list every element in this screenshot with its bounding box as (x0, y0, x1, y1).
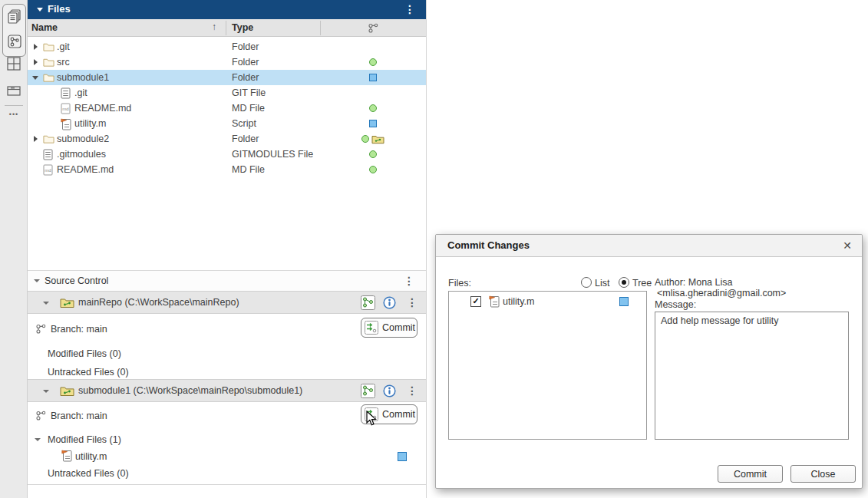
repo-menu-icon[interactable]: ⋮ (407, 297, 417, 308)
file-name: submodule2 (57, 134, 109, 144)
folder-icon (43, 72, 54, 83)
expander-icon[interactable] (35, 438, 41, 441)
file-name: .git (74, 87, 87, 98)
source-control-panel-icon[interactable] (5, 32, 24, 51)
status-cell (350, 101, 396, 116)
close-icon[interactable]: ✕ (840, 239, 854, 252)
expander-icon[interactable] (34, 59, 38, 65)
untracked-files-label[interactable]: Untracked Files (0) (48, 367, 129, 378)
close-button[interactable]: Close (790, 465, 856, 483)
commit-button[interactable]: Commit (361, 318, 417, 338)
table-row-selected[interactable]: submodule1 Folder (28, 70, 426, 85)
toolbar-divider (5, 105, 23, 106)
submodule-badge-icon (371, 134, 384, 144)
table-row[interactable]: .git GIT File (28, 85, 426, 101)
status-modified-icon (619, 297, 629, 306)
files-column-header: Name ↑ Type (28, 19, 426, 37)
collapse-icon[interactable] (43, 390, 49, 393)
source-control-header[interactable]: Source Control ⋮ (28, 270, 426, 291)
table-row[interactable]: utility.m Script (28, 116, 426, 131)
files-panel: Files ⋮ Name ↑ Type .git Folder (28, 0, 427, 498)
table-row[interactable]: src Folder (28, 54, 426, 70)
file-name: src (57, 57, 70, 68)
status-unmodified-icon (361, 135, 369, 143)
status-cell (350, 147, 396, 162)
svg-text:md: md (45, 168, 51, 173)
collapse-icon[interactable] (43, 302, 49, 305)
file-type: Script (232, 118, 256, 129)
file-name: utility.m (75, 451, 107, 462)
expander-icon[interactable] (34, 44, 38, 50)
file-checkbox[interactable]: ✓ (470, 296, 481, 307)
info-button[interactable] (383, 384, 396, 397)
commit-button[interactable]: Commit (361, 404, 417, 424)
more-icon[interactable]: ••• (0, 110, 28, 118)
branch-icon (35, 323, 47, 335)
table-row[interactable]: .gitmodules GITMODULES File (28, 147, 426, 162)
list-item[interactable]: ✓ utility.m (449, 294, 646, 311)
status-modified-icon (398, 452, 407, 461)
branch-row: Branch: main Commit (28, 403, 426, 429)
collapse-icon[interactable] (34, 279, 40, 282)
files-menu-icon[interactable]: ⋮ (404, 4, 415, 15)
expander-icon[interactable] (32, 76, 38, 80)
table-row[interactable]: .git Folder (28, 39, 426, 54)
author-name: Author: Mona Lisa (655, 277, 732, 288)
file-type: Folder (232, 41, 259, 52)
expander-icon[interactable] (34, 136, 38, 142)
file-name: utility.m (503, 296, 534, 307)
commit-files-list[interactable]: ✓ utility.m (448, 291, 647, 440)
table-row[interactable]: md README.md MD File (28, 101, 426, 116)
repo-menu-icon[interactable]: ⋮ (407, 385, 417, 396)
file-type: MD File (232, 103, 265, 114)
commit-button-label: Commit (382, 409, 415, 420)
status-unmodified-icon (369, 150, 377, 158)
file-name: README.md (74, 103, 131, 114)
modified-file-row[interactable]: utility.m (28, 450, 426, 465)
list-radio[interactable] (581, 277, 592, 288)
commit-button[interactable]: Commit (718, 465, 783, 483)
dialog-title: Commit Changes (447, 239, 530, 251)
branch-graph-button[interactable] (361, 295, 375, 310)
documents-panel-icon[interactable] (5, 7, 24, 25)
branch-graph-button[interactable] (361, 384, 375, 398)
git-file-icon (61, 87, 71, 99)
sort-ascending-icon[interactable]: ↑ (212, 21, 216, 32)
info-button[interactable] (383, 296, 396, 309)
branch-icon (35, 410, 47, 421)
script-file-icon (61, 118, 71, 130)
files-panel-header[interactable]: Files ⋮ (28, 0, 426, 19)
status-cell (350, 116, 396, 131)
repo-header-submodule1[interactable]: submodule1 (C:\WorkSpace\mainRepo\submod… (28, 379, 426, 402)
table-row[interactable]: md README.md MD File (28, 162, 426, 177)
column-name[interactable]: Name (31, 22, 58, 33)
dialog-titlebar[interactable]: Commit Changes ✕ (436, 235, 862, 257)
toolbox-icon[interactable] (5, 81, 23, 100)
status-modified-icon (369, 74, 377, 81)
status-unmodified-icon (369, 166, 377, 173)
file-name: utility.m (74, 118, 106, 129)
table-row[interactable]: submodule2 Folder (28, 131, 426, 147)
file-name: .gitmodules (57, 149, 106, 160)
tree-radio[interactable] (619, 277, 629, 288)
tree-radio-label[interactable]: Tree (632, 278, 652, 289)
file-name: .git (57, 41, 70, 52)
status-cell (350, 131, 396, 147)
folder-icon (43, 57, 54, 68)
status-cell (350, 70, 396, 85)
list-radio-label[interactable]: List (595, 278, 609, 289)
commit-message-input[interactable]: Add help message for utility (655, 312, 849, 440)
source-control-menu-icon[interactable]: ⋮ (404, 275, 414, 286)
modified-files-label[interactable]: Modified Files (1) (48, 434, 121, 445)
file-type: MD File (232, 164, 265, 175)
column-type[interactable]: Type (232, 22, 253, 33)
md-file-icon: md (61, 103, 71, 114)
collapse-icon[interactable] (37, 8, 43, 12)
layout-grid-icon[interactable] (5, 54, 23, 73)
svg-text:md: md (62, 107, 68, 111)
untracked-files-label[interactable]: Untracked Files (0) (48, 468, 129, 479)
repo-header-mainrepo[interactable]: mainRepo (C:\WorkSpace\mainRepo) ⋮ (28, 291, 426, 314)
column-divider (226, 21, 226, 35)
modified-files-label[interactable]: Modified Files (0) (48, 348, 121, 359)
column-git-status-icon[interactable] (368, 22, 379, 34)
